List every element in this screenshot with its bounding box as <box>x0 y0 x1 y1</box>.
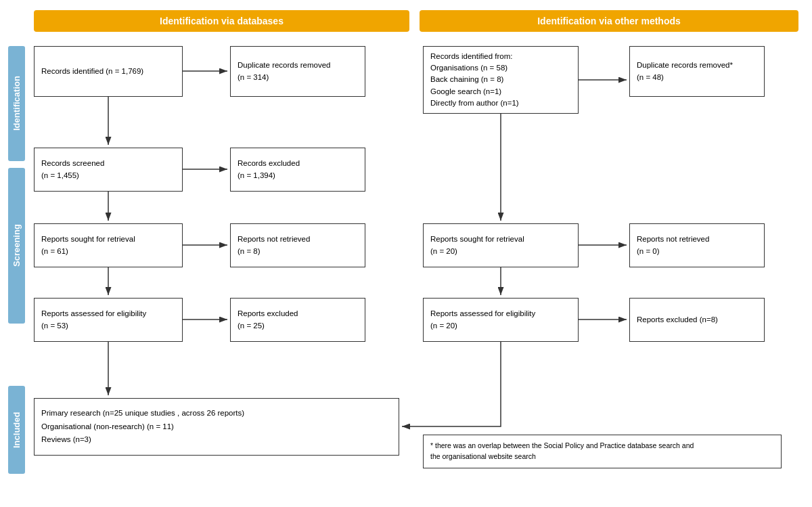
footnote: * there was an overlap between the Socia… <box>423 435 782 468</box>
other-reports-not-retrieved: Reports not retrieved (n = 0) <box>629 223 765 267</box>
label-identification: Identification <box>8 46 25 161</box>
other-reports-assessed: Reports assessed for eligibility (n = 20… <box>423 298 579 342</box>
included-box: Primary research (n=25 unique studies , … <box>34 398 399 456</box>
other-reports-excluded: Reports excluded (n=8) <box>629 298 765 342</box>
db-reports-not-retrieved: Reports not retrieved (n = 8) <box>230 223 365 267</box>
header-other: Identification via other methods <box>420 10 798 32</box>
db-duplicate-removed: Duplicate records removed (n = 314) <box>230 46 365 97</box>
db-reports-excluded: Reports excluded (n = 25) <box>230 298 365 342</box>
db-records-screened: Records screened (n = 1,455) <box>34 148 183 192</box>
db-records-identified: Records identified (n = 1,769) <box>34 46 183 97</box>
label-screening: Screening <box>8 168 25 324</box>
db-records-excluded: Records excluded (n = 1,394) <box>230 148 365 192</box>
diagram-container: Identification Screening Included Identi… <box>0 0 812 507</box>
other-duplicate-removed: Duplicate records removed* (n = 48) <box>629 46 765 97</box>
db-reports-assessed: Reports assessed for eligibility (n = 53… <box>34 298 183 342</box>
header-databases: Identification via databases <box>34 10 409 32</box>
label-included: Included <box>8 386 25 474</box>
other-reports-sought: Reports sought for retrieval (n = 20) <box>423 223 579 267</box>
other-records-identified: Records identified from: Organisations (… <box>423 46 579 114</box>
db-reports-sought: Reports sought for retrieval (n = 61) <box>34 223 183 267</box>
